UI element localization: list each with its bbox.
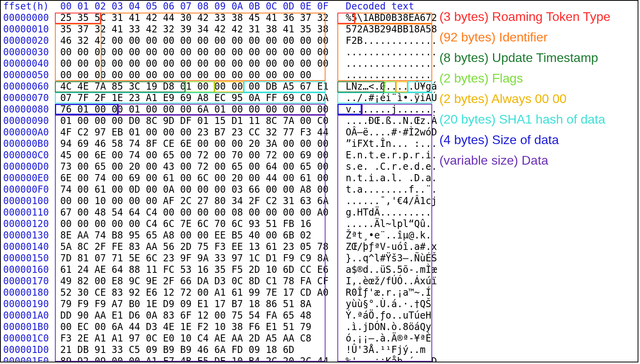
hex-viewer: ffset(h) 00 01 02 03 04 05 06 07 08 09 0… [1, 1, 439, 362]
hex-rows: 00000000 25 35 5C 31 41 42 44 30 42 33 3… [3, 12, 437, 362]
hex-row: 00000080 76 01 00 00 01 00 00 00 6A 01 0… [3, 104, 437, 115]
hex-row: 00000100 00 00 10 00 00 00 AF 2C 27 80 3… [3, 195, 437, 207]
columns-header: ffset(h) 00 01 02 03 04 05 06 07 08 09 0… [3, 1, 437, 12]
hex-row: 00000030 00 00 00 00 00 00 00 00 00 00 0… [3, 47, 437, 58]
hex-row: 00000130 8E AA 74 B8 95 65 A8 00 00 EE B… [3, 230, 437, 241]
hex-row: 000000B0 94 69 46 58 74 8F CE 6E 00 00 0… [3, 138, 437, 150]
hex-row: 00000110 67 00 48 54 64 C4 00 00 00 00 0… [3, 207, 437, 218]
hex-row: 00000020 46 32 42 00 00 00 00 00 00 00 0… [3, 35, 437, 47]
hex-row: 000001B0 00 EC 00 6A 44 D3 4E 1E F2 10 3… [3, 321, 437, 333]
legend-data: (variable size) Data [439, 150, 610, 171]
legend-sha1: (20 bytes) SHA1 hash of data [439, 109, 610, 129]
hex-row: 000001C0 F3 2E A1 A1 97 0C E0 10 C4 AE A… [3, 333, 437, 344]
hex-row: 000001D0 21 DB 91 33 C5 09 B9 B9 46 6A F… [3, 344, 437, 356]
hex-row: 00000040 00 00 00 00 00 00 00 00 00 00 0… [3, 58, 437, 69]
hex-row: 00000010 35 37 32 41 33 42 32 39 34 42 4… [3, 24, 437, 35]
hex-row: 00000000 25 35 5C 31 41 42 44 30 42 33 3… [3, 12, 437, 24]
legend: (3 bytes) Roaming Token Type (92 bytes) … [439, 1, 614, 362]
hex-row: 00000070 07 7F 2F 1E 23 A1 E9 69 A8 EC 9… [3, 92, 437, 104]
hex-row: 00000060 4C 4E 7A 85 3C 19 D8 01 00 00 0… [3, 81, 437, 92]
legend-identifier: (92 bytes) Identifier [439, 27, 610, 47]
hex-row: 000000F0 74 00 61 00 0D 00 0A 00 00 00 0… [3, 184, 437, 195]
hex-row: 00000090 01 00 00 00 D0 8C 9D DF 01 15 D… [3, 115, 437, 127]
hex-row: 000000C0 45 00 6E 00 74 00 65 00 72 00 7… [3, 150, 437, 161]
hex-row: 00000160 61 24 AE 64 88 11 FC 53 16 35 F… [3, 264, 437, 276]
hex-row: 00000140 5A 8C 2F FE 83 AA 56 2D 75 F3 E… [3, 241, 437, 253]
hex-row: 000001A0 DD 90 AA E1 D6 0A 83 6F 12 00 7… [3, 310, 437, 321]
hex-row: 000000A0 4F C2 97 EB 01 00 00 00 23 B7 2… [3, 127, 437, 138]
hex-row: 000000D0 73 00 65 00 20 00 43 00 72 00 6… [3, 161, 437, 173]
legend-flags: (2 bytes) Flags [439, 68, 610, 88]
hex-row: 00000150 7D 81 07 71 5E 6C 23 9F 9A 33 9… [3, 253, 437, 264]
hex-row: 00000050 00 00 00 00 00 00 00 00 00 00 0… [3, 69, 437, 81]
hex-row: 000001E0 89 92 09 00 00 A1 F7 4B E5 DE 1… [3, 356, 437, 362]
hex-row: 00000170 49 82 00 E8 9C 9E 2F 66 DA D3 0… [3, 276, 437, 287]
legend-timestamp: (8 bytes) Update Timestamp [439, 47, 610, 68]
legend-always00: (2 bytes) Always 00 00 [439, 88, 610, 109]
legend-token-type: (3 bytes) Roaming Token Type [439, 6, 610, 27]
hex-row: 00000190 79 F9 F9 A7 B0 1E D9 09 E1 17 B… [3, 298, 437, 310]
legend-sizeofdata: (4 bytes) Size of data [439, 129, 610, 150]
hex-row: 000000E0 6E 00 74 00 69 00 61 00 6C 00 2… [3, 173, 437, 184]
hex-row: 00000120 00 00 00 00 00 C4 6C 7E 6C 70 6… [3, 218, 437, 230]
hex-row: 00000180 52 30 CE 83 92 E6 12 72 00 A1 6… [3, 287, 437, 298]
